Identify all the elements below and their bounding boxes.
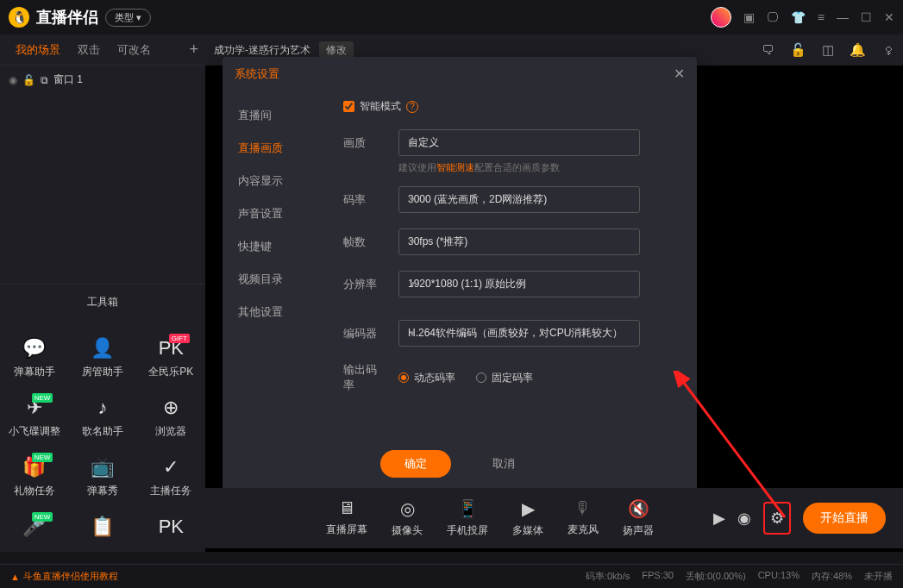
tab-rename[interactable]: 可改名 xyxy=(109,42,160,58)
fps-select[interactable]: 30fps (*推荐)▼ xyxy=(398,228,640,255)
settings-nav-5[interactable]: 视频目录 xyxy=(223,263,326,296)
settings-modal: 系统设置 ✕ 直播间直播画质内容显示声音设置快捷键视频目录其他设置 智能模式 ?… xyxy=(223,57,697,491)
gear-icon: ⚙ xyxy=(770,510,784,527)
source-5[interactable]: 🔇扬声器 xyxy=(623,498,654,538)
source-label: 扬声器 xyxy=(623,523,654,538)
settings-button[interactable]: ⚙ xyxy=(763,502,791,535)
source-label: 多媒体 xyxy=(512,523,543,538)
tool-6[interactable]: 🎁礼物任务NEW xyxy=(0,447,68,507)
source-label: 麦克风 xyxy=(568,522,599,537)
tool-icon: 📺 xyxy=(91,456,114,479)
encoder-label: 编码器 xyxy=(343,326,386,341)
layout-icon[interactable]: ◫ xyxy=(822,42,834,58)
share-icon[interactable]: ⧬ xyxy=(881,42,894,58)
maximize-icon[interactable]: ☐ xyxy=(861,10,872,24)
start-stream-button[interactable]: 开始直播 xyxy=(803,503,886,534)
scene-item[interactable]: ◉ 🔓 ⧉ 窗口 1 xyxy=(0,66,205,94)
tool-3[interactable]: ✈小飞碟调整NEW xyxy=(0,388,68,447)
tool-label: 小飞碟调整 xyxy=(9,424,60,439)
tool-label: 弹幕助手 xyxy=(14,365,55,379)
tool-2[interactable]: PK全民乐PKGIFT xyxy=(137,328,205,388)
settings-nav-6[interactable]: 其他设置 xyxy=(223,296,326,328)
tool-label: 礼物任务 xyxy=(14,484,55,498)
scene-item-label: 窗口 1 xyxy=(53,72,83,87)
preview-icon[interactable]: ▶ xyxy=(713,509,725,528)
resolution-select[interactable]: 1920*1080 (1:1) 原始比例▼ xyxy=(398,271,640,297)
help-icon[interactable]: ? xyxy=(406,101,418,113)
cancel-button[interactable]: 取消 xyxy=(468,450,539,478)
tool-label: 主播任务 xyxy=(150,484,191,498)
modal-close-button[interactable]: ✕ xyxy=(674,66,685,82)
minimize-icon[interactable]: — xyxy=(837,10,849,24)
tutorial-link[interactable]: ▲ 斗鱼直播伴侣使用教程 xyxy=(10,570,118,583)
window-icon: ⧉ xyxy=(41,74,48,86)
add-scene-button[interactable]: + xyxy=(189,41,198,59)
settings-nav-4[interactable]: 快捷键 xyxy=(223,230,326,263)
tool-7[interactable]: 📺弹幕秀 xyxy=(68,447,136,507)
stream-title: 成功学-迷惑行为艺术 xyxy=(214,43,310,58)
quality-label: 画质 xyxy=(343,135,386,151)
status-mem: 内存:48% xyxy=(812,570,852,583)
settings-nav-2[interactable]: 内容显示 xyxy=(223,165,326,197)
monitor-icon[interactable]: 🖵 xyxy=(767,10,779,24)
tool-0[interactable]: 💬弹幕助手 xyxy=(0,328,68,388)
tool-10[interactable]: 📋 xyxy=(68,507,136,552)
tool-9[interactable]: 🎤NEW xyxy=(0,507,68,552)
bitrate-label: 码率 xyxy=(343,192,386,208)
source-3[interactable]: ▶多媒体 xyxy=(512,498,543,538)
settings-nav-3[interactable]: 声音设置 xyxy=(223,197,326,230)
settings-nav-1[interactable]: 直播画质 xyxy=(223,132,326,165)
source-4[interactable]: 🎙麦克风 xyxy=(568,498,599,538)
tool-icon: 👤 xyxy=(91,337,114,360)
source-icon: 🖥 xyxy=(338,498,355,518)
tab-doubleclick[interactable]: 双击 xyxy=(69,42,109,58)
app-title: 直播伴侣 xyxy=(36,7,98,28)
source-1[interactable]: ◎摄像头 xyxy=(392,498,423,538)
avatar[interactable] xyxy=(711,7,731,28)
tool-11[interactable]: PK xyxy=(137,507,205,552)
source-label: 摄像头 xyxy=(392,523,423,538)
lock-icon[interactable]: 🔓 xyxy=(22,74,35,86)
tool-8[interactable]: ✓主播任务 xyxy=(137,447,205,507)
tool-label: 浏览器 xyxy=(155,424,186,439)
toolbox-label: 工具箱 xyxy=(0,284,205,320)
encoder-select[interactable]: H.264软件编码（画质较好，对CPU消耗较大）▼ xyxy=(398,320,640,347)
source-icon: 📱 xyxy=(457,498,479,519)
source-2[interactable]: 📱手机投屏 xyxy=(447,498,488,538)
bitrate-select[interactable]: 3000 (蓝光画质，2D网游推荐)▼ xyxy=(398,186,640,213)
settings-nav-0[interactable]: 直播间 xyxy=(223,99,326,132)
ok-button[interactable]: 确定 xyxy=(380,450,451,478)
source-label: 手机投屏 xyxy=(447,523,488,538)
menu-icon[interactable]: ≡ xyxy=(818,10,825,24)
status-drop: 丢帧:0(0.00%) xyxy=(686,570,746,583)
status-bitrate: 码率:0kb/s xyxy=(586,570,630,583)
fixed-bitrate-radio[interactable]: 固定码率 xyxy=(476,371,533,385)
output-label: 输出码率 xyxy=(343,362,386,393)
source-0[interactable]: 🖥直播屏幕 xyxy=(326,498,367,538)
tool-1[interactable]: 👤房管助手 xyxy=(68,328,136,388)
tool-5[interactable]: ⊕浏览器 xyxy=(137,388,205,447)
sidebar: 我的场景 双击 可改名 + ◉ 🔓 ⧉ 窗口 1 工具箱 💬弹幕助手👤房管助手P… xyxy=(0,34,205,552)
screen-icon[interactable]: ▣ xyxy=(743,10,755,24)
tool-icon: ♪ xyxy=(97,397,107,419)
tool-4[interactable]: ♪歌名助手 xyxy=(68,388,136,447)
eye-icon[interactable]: ◉ xyxy=(737,509,751,528)
close-icon[interactable]: ✕ xyxy=(884,10,894,24)
type-dropdown[interactable]: 类型 ▾ xyxy=(105,9,151,27)
unlock-icon[interactable]: 🔓 xyxy=(790,42,806,58)
visibility-icon[interactable]: ◉ xyxy=(9,74,17,86)
tool-label: 房管助手 xyxy=(82,365,123,379)
tab-my-scenes[interactable]: 我的场景 xyxy=(7,42,69,58)
tool-icon: ⊕ xyxy=(163,397,179,419)
titlebar: 🐧 直播伴侣 类型 ▾ ▣ 🖵 👕 ≡ — ☐ ✕ xyxy=(0,0,903,34)
smart-mode-checkbox[interactable]: 智能模式 ? xyxy=(343,99,418,114)
shirt-icon[interactable]: 👕 xyxy=(791,10,806,24)
quality-select[interactable]: 自定义▼ xyxy=(398,129,640,156)
badge: NEW xyxy=(32,453,53,462)
resolution-label: 分辨率 xyxy=(343,277,386,292)
source-icon: 🎙 xyxy=(574,498,592,518)
dynamic-bitrate-radio[interactable]: 动态码率 xyxy=(398,371,455,385)
bell-icon[interactable]: 🔔 xyxy=(850,42,866,58)
caption-icon[interactable]: 🗨 xyxy=(762,42,774,58)
speedtest-link[interactable]: 智能测速 xyxy=(436,162,474,172)
